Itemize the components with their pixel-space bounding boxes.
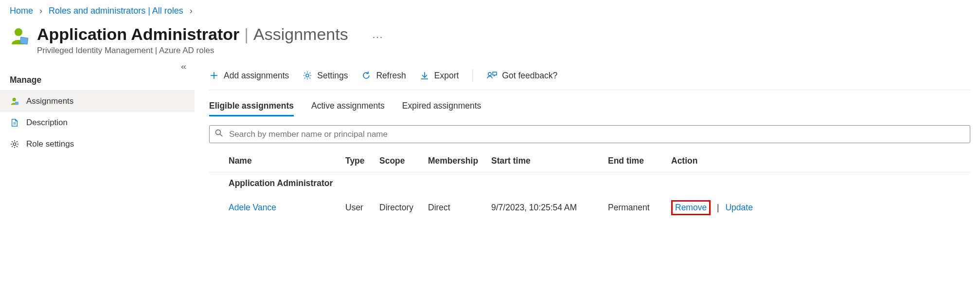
- col-scope[interactable]: Scope: [377, 150, 426, 172]
- person-icon: [10, 96, 19, 106]
- main-content: Add assignments Settings Refresh Export: [195, 65, 980, 221]
- toolbar-label: Got feedback?: [502, 71, 557, 81]
- svg-point-3: [13, 98, 16, 101]
- svg-line-13: [17, 146, 18, 147]
- refresh-icon: [361, 71, 371, 80]
- tab-expired-assignments[interactable]: Expired assignments: [402, 101, 481, 116]
- svg-point-21: [488, 73, 491, 75]
- svg-point-18: [306, 74, 309, 77]
- page-subtitle: Privileged Identity Management | Azure A…: [37, 46, 383, 56]
- download-icon: [420, 71, 429, 80]
- title-separator: |: [244, 25, 249, 44]
- table-header-row: Name Type Scope Membership Start time En…: [209, 150, 970, 172]
- action-separator: |: [717, 203, 719, 212]
- command-bar: Add assignments Settings Refresh Export: [209, 65, 970, 90]
- document-icon: [10, 118, 19, 128]
- chevron-right-icon: ›: [190, 6, 193, 16]
- add-assignments-button[interactable]: Add assignments: [209, 71, 289, 81]
- search-box[interactable]: [209, 125, 970, 143]
- col-name[interactable]: Name: [227, 150, 343, 172]
- sidebar-item-label: Description: [26, 118, 68, 128]
- feedback-icon: [486, 71, 497, 80]
- svg-line-15: [17, 141, 18, 142]
- cell-scope: Directory: [377, 194, 426, 221]
- table-group-row: Application Administrator: [209, 172, 970, 195]
- table-row: Adele Vance User Directory Direct 9/7/20…: [209, 194, 970, 221]
- role-person-icon: [10, 27, 29, 46]
- collapse-sidebar-button[interactable]: «: [181, 62, 187, 71]
- col-type[interactable]: Type: [343, 150, 377, 172]
- plus-icon: [209, 71, 219, 80]
- gear-icon: [10, 139, 19, 149]
- sidebar-item-description[interactable]: Description: [0, 112, 195, 133]
- sidebar: « Manage Assignments Descr: [0, 65, 195, 221]
- chevron-right-icon: ›: [39, 6, 42, 16]
- breadcrumb: Home › Roles and administrators | All ro…: [0, 0, 980, 20]
- breadcrumb-roles[interactable]: Roles and administrators | All roles: [49, 6, 183, 16]
- toolbar-label: Add assignments: [224, 71, 289, 81]
- page-title-section: Assignments: [253, 25, 348, 44]
- sidebar-item-label: Assignments: [26, 96, 73, 106]
- search-icon: [214, 129, 223, 140]
- sidebar-item-label: Role settings: [26, 139, 74, 149]
- svg-line-14: [12, 146, 13, 147]
- svg-line-23: [220, 134, 223, 137]
- settings-button[interactable]: Settings: [303, 71, 348, 81]
- svg-point-7: [13, 143, 16, 145]
- tabs: Eligible assignments Active assignments …: [209, 90, 970, 116]
- svg-line-12: [12, 141, 13, 142]
- col-membership[interactable]: Membership: [426, 150, 489, 172]
- col-action[interactable]: Action: [669, 150, 970, 172]
- tab-eligible-assignments[interactable]: Eligible assignments: [209, 101, 294, 116]
- svg-rect-4: [15, 102, 18, 105]
- group-label: Application Administrator: [227, 172, 970, 195]
- cell-membership: Direct: [426, 194, 489, 221]
- breadcrumb-home[interactable]: Home: [10, 6, 33, 16]
- toolbar-label: Export: [434, 71, 459, 81]
- svg-rect-1: [20, 37, 28, 44]
- tab-active-assignments[interactable]: Active assignments: [311, 101, 385, 116]
- gear-icon: [303, 71, 312, 80]
- cell-type: User: [343, 194, 377, 221]
- sidebar-item-role-settings[interactable]: Role settings: [0, 133, 195, 155]
- page-title: Application Administrator: [37, 25, 239, 44]
- cell-actions: Remove | Update: [669, 194, 970, 221]
- col-end-time[interactable]: End time: [606, 150, 669, 172]
- remove-action[interactable]: Remove: [675, 203, 707, 212]
- refresh-button[interactable]: Refresh: [361, 71, 406, 81]
- col-start-time[interactable]: Start time: [489, 150, 606, 172]
- search-input[interactable]: [228, 129, 965, 140]
- svg-point-22: [216, 130, 221, 135]
- cell-end-time: Permanent: [606, 194, 669, 221]
- feedback-button[interactable]: Got feedback?: [486, 71, 557, 81]
- more-actions-button[interactable]: ···: [373, 31, 384, 42]
- update-action[interactable]: Update: [725, 203, 752, 212]
- toolbar-divider: [472, 69, 473, 82]
- toolbar-label: Settings: [317, 71, 348, 81]
- cell-start-time: 9/7/2023, 10:25:54 AM: [489, 194, 606, 221]
- page-header: Application Administrator | Assignments …: [0, 20, 980, 65]
- toolbar-label: Refresh: [376, 71, 406, 81]
- sidebar-item-assignments[interactable]: Assignments: [0, 91, 195, 112]
- sidebar-heading-manage: Manage: [0, 65, 195, 91]
- svg-point-0: [15, 28, 22, 36]
- member-name-link[interactable]: Adele Vance: [229, 203, 276, 212]
- assignments-table: Name Type Scope Membership Start time En…: [209, 150, 970, 221]
- export-button[interactable]: Export: [420, 71, 459, 81]
